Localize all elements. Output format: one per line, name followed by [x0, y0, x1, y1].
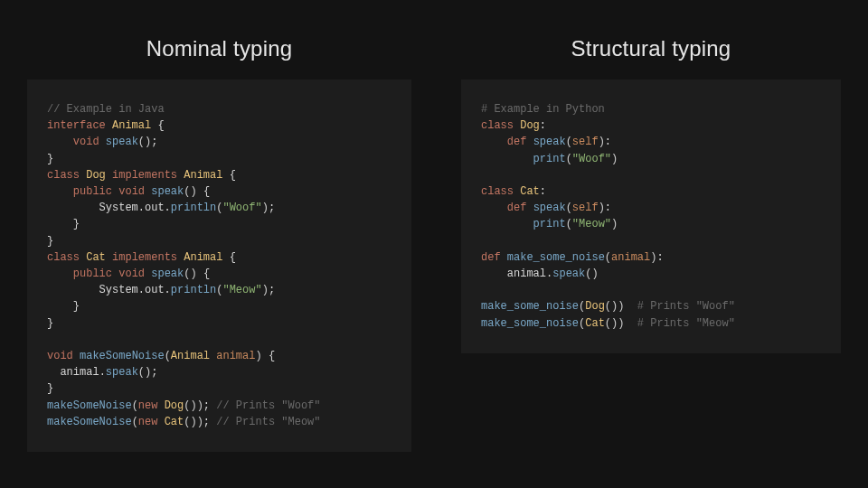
- brace: }: [47, 235, 53, 248]
- brace: }: [73, 300, 80, 313]
- str-meow: "Meow": [572, 218, 611, 230]
- kw-void: void: [118, 267, 145, 280]
- paren: (: [566, 136, 572, 148]
- fn-println: println: [171, 202, 216, 214]
- colon: :: [605, 136, 611, 148]
- java-code-block: // Example in Java interface Animal { vo…: [27, 80, 411, 452]
- kw-def: def: [507, 202, 527, 214]
- paren: ): [611, 153, 618, 165]
- semi: ;: [269, 284, 275, 296]
- paren: ): [611, 218, 618, 230]
- brace: }: [47, 153, 53, 165]
- arg-animal: animal: [611, 251, 650, 264]
- paren: (: [566, 218, 572, 230]
- kw-class: class: [481, 185, 514, 198]
- comment-line: # Example in Python: [481, 103, 605, 116]
- type-animal: Animal: [184, 169, 222, 182]
- paren: (: [132, 416, 138, 428]
- comment-line: // Example in Java: [47, 103, 165, 116]
- brace: }: [73, 218, 80, 230]
- fn-print: print: [533, 218, 566, 230]
- parens: (): [138, 366, 151, 379]
- parens: (): [184, 185, 196, 198]
- dot: .: [99, 366, 106, 379]
- kw-implements: implements: [112, 251, 177, 264]
- fn-make-some-noise: make_some_noise: [481, 300, 579, 313]
- type-cat: Cat: [585, 317, 605, 330]
- fn-speak: speak: [533, 202, 566, 214]
- fn-make-some-noise: make_some_noise: [507, 251, 605, 264]
- paren: (: [605, 251, 611, 264]
- str-woof: "Woof": [222, 202, 261, 214]
- type-cat: Cat: [520, 185, 540, 198]
- fn-speak: speak: [106, 366, 138, 379]
- fn-speak: speak: [151, 185, 184, 198]
- brace: }: [47, 382, 53, 395]
- kw-def: def: [481, 251, 501, 264]
- kw-public: public: [73, 267, 112, 280]
- kw-def: def: [507, 136, 527, 148]
- brace: }: [47, 317, 53, 330]
- paren: (: [132, 399, 138, 412]
- paren: ): [197, 416, 203, 428]
- arg-self: self: [572, 202, 599, 214]
- paren: (: [165, 350, 171, 362]
- parens: (): [605, 300, 618, 313]
- system-out: System.out.: [99, 284, 171, 296]
- colon: :: [605, 202, 611, 214]
- kw-class: class: [481, 119, 514, 132]
- system-out: System.out.: [99, 202, 171, 214]
- type-dog: Dog: [520, 119, 540, 132]
- brace: {: [203, 185, 210, 198]
- paren: ): [197, 399, 203, 412]
- kw-new: new: [138, 416, 158, 428]
- fn-print: print: [533, 153, 566, 165]
- type-animal: Animal: [112, 119, 151, 132]
- semi: ;: [151, 366, 157, 379]
- nominal-column: Nominal typing // Example in Java interf…: [27, 36, 411, 461]
- parens: (): [605, 317, 618, 330]
- type-animal: Animal: [171, 350, 210, 362]
- var-animal: animal: [60, 366, 99, 379]
- type-dog: Dog: [585, 300, 605, 313]
- semi: ;: [203, 416, 210, 428]
- parens: (): [184, 399, 196, 412]
- fn-speak: speak: [552, 267, 585, 280]
- type-animal: Animal: [184, 251, 222, 264]
- kw-new: new: [138, 399, 158, 412]
- brace: {: [230, 169, 236, 182]
- comment-line: // Prints "Meow": [216, 416, 320, 428]
- parens: (): [184, 416, 196, 428]
- kw-class: class: [47, 251, 80, 264]
- comment-line: # Prints "Meow": [637, 317, 735, 330]
- type-cat: Cat: [165, 416, 184, 428]
- paren: ): [618, 317, 624, 330]
- semi: ;: [269, 202, 275, 214]
- kw-class: class: [47, 169, 80, 182]
- brace: {: [269, 350, 275, 362]
- parens: (): [184, 267, 196, 280]
- str-woof: "Woof": [572, 153, 611, 165]
- nominal-heading: Nominal typing: [146, 36, 293, 61]
- kw-interface: interface: [47, 119, 106, 132]
- var-animal: animal: [216, 350, 255, 362]
- kw-public: public: [73, 185, 112, 198]
- fn-make-some-noise: make_some_noise: [481, 317, 579, 330]
- fn-makesomenoise: makeSomeNoise: [47, 399, 132, 412]
- colon: :: [656, 251, 663, 264]
- str-meow: "Meow": [222, 284, 261, 296]
- paren: ): [618, 300, 624, 313]
- paren: ): [599, 136, 605, 148]
- python-code-block: # Example in Python class Dog: def speak…: [461, 80, 841, 353]
- type-cat: Cat: [86, 251, 106, 264]
- parens: (): [585, 267, 598, 280]
- var-animal: animal: [507, 267, 546, 280]
- paren: (: [566, 153, 572, 165]
- fn-makesomenoise: makeSomeNoise: [47, 416, 132, 428]
- kw-implements: implements: [112, 169, 177, 182]
- fn-speak: speak: [533, 136, 566, 148]
- brace: {: [157, 119, 164, 132]
- semi: ;: [203, 399, 210, 412]
- paren: ): [599, 202, 605, 214]
- type-dog: Dog: [86, 169, 106, 182]
